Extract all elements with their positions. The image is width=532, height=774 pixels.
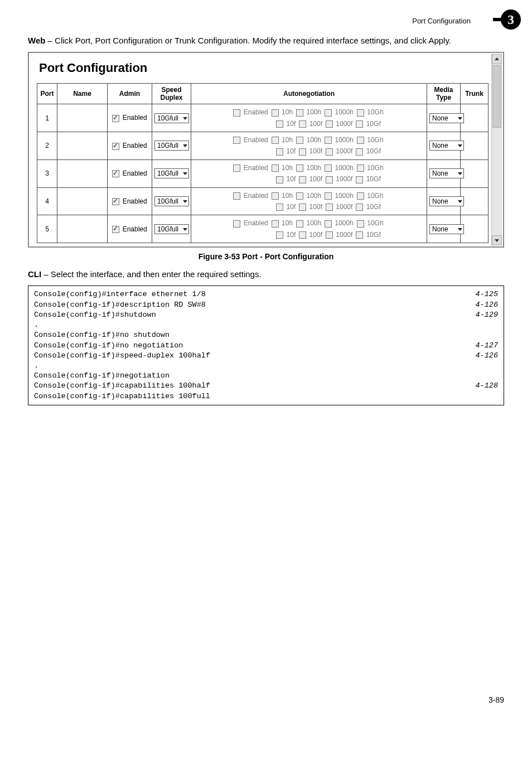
cell-media: None [427, 187, 461, 215]
cell-trunk [461, 159, 489, 187]
autoneg-checkbox[interactable] [325, 137, 332, 144]
autoneg-option-label: 10Gf [364, 120, 380, 128]
autoneg-option-label: 100f [307, 147, 322, 155]
autoneg-checkbox[interactable] [299, 176, 306, 183]
autoneg-checkbox[interactable] [326, 148, 333, 156]
autoneg-checkbox[interactable] [233, 220, 240, 228]
svg-rect-1 [493, 18, 504, 21]
autoneg-checkbox[interactable] [276, 120, 283, 128]
autoneg-checkbox[interactable] [296, 137, 303, 144]
autoneg-checkbox[interactable] [233, 137, 240, 144]
intro-prefix: Web [28, 36, 45, 45]
speed-duplex-select[interactable]: 10Gfull [154, 196, 189, 206]
admin-enabled-checkbox[interactable] [112, 143, 119, 150]
scroll-down-button[interactable] [492, 235, 502, 245]
autoneg-checkbox[interactable] [356, 148, 363, 156]
autoneg-checkbox[interactable] [357, 137, 364, 144]
autoneg-checkbox[interactable] [326, 204, 333, 211]
autoneg-option-label: 1000h [333, 108, 354, 116]
autoneg-checkbox[interactable] [272, 192, 279, 200]
autoneg-checkbox[interactable] [276, 231, 283, 239]
svg-text:3: 3 [507, 12, 514, 27]
cli-page-ref: 4-125 [464, 289, 498, 299]
autoneg-checkbox[interactable] [356, 120, 363, 128]
autoneg-checkbox[interactable] [276, 148, 283, 156]
autoneg-checkbox[interactable] [325, 109, 332, 117]
media-type-select[interactable]: None [429, 113, 464, 123]
cell-port: 5 [37, 215, 57, 243]
autoneg-checkbox[interactable] [296, 165, 303, 172]
autoneg-option-label: 10Gf [364, 203, 380, 211]
scroll-up-button[interactable] [492, 54, 502, 64]
autoneg-checkbox[interactable] [233, 192, 240, 200]
autoneg-option-label: 10f [284, 120, 296, 128]
autoneg-checkbox[interactable] [356, 204, 363, 211]
admin-enabled-checkbox[interactable] [112, 198, 119, 205]
running-head: Port Configuration [28, 17, 504, 25]
scrollbar[interactable] [491, 54, 502, 245]
autoneg-checkbox[interactable] [276, 204, 283, 211]
autoneg-checkbox[interactable] [272, 137, 279, 144]
media-type-select[interactable]: None [429, 196, 464, 206]
cell-speed-duplex: 10Gfull [152, 187, 191, 215]
autoneg-checkbox[interactable] [296, 220, 303, 228]
autoneg-option-label: 1000h [333, 192, 354, 200]
cli-command: Console(config)#interface ethernet 1/8 [34, 289, 206, 299]
autoneg-option-label: 10f [284, 147, 296, 155]
intro-paragraph: Web – Click Port, Port Configuration or … [28, 35, 504, 46]
autoneg-option-label: 1000f [334, 120, 352, 128]
th-admin: Admin [108, 84, 152, 104]
speed-duplex-select[interactable]: 10Gfull [154, 113, 189, 123]
speed-duplex-select[interactable]: 10Gfull [154, 224, 189, 234]
autoneg-checkbox[interactable] [272, 109, 279, 117]
autoneg-checkbox[interactable] [272, 165, 279, 172]
cli-page-ref: 4-129 [464, 310, 498, 320]
page-number: 3-89 [28, 695, 504, 704]
autoneg-option-label: 10f [284, 175, 296, 183]
autoneg-checkbox[interactable] [233, 165, 240, 172]
autoneg-checkbox[interactable] [356, 231, 363, 239]
speed-duplex-select[interactable]: 10Gfull [154, 168, 189, 178]
admin-enabled-checkbox[interactable] [112, 226, 119, 233]
autoneg-checkbox[interactable] [325, 165, 332, 172]
admin-enabled-checkbox[interactable] [112, 115, 119, 122]
cli-line: Console(config-if)#shutdown4-129 [34, 310, 498, 320]
cli-line: Console(config-if)#no shutdown [34, 330, 498, 340]
autoneg-checkbox[interactable] [357, 165, 364, 172]
autoneg-checkbox[interactable] [299, 120, 306, 128]
autoneg-checkbox[interactable] [276, 176, 283, 183]
autoneg-option-label: 1000h [333, 136, 354, 144]
autoneg-checkbox[interactable] [326, 176, 333, 183]
autoneg-checkbox[interactable] [233, 109, 240, 117]
autoneg-checkbox[interactable] [325, 192, 332, 200]
autoneg-option-label: 100f [307, 120, 322, 128]
autoneg-checkbox[interactable] [299, 148, 306, 156]
cli-page-ref [487, 361, 498, 371]
autoneg-checkbox[interactable] [357, 109, 364, 117]
cli-line: Console(config)#interface ethernet 1/84-… [34, 289, 498, 299]
autoneg-checkbox[interactable] [357, 220, 364, 228]
autoneg-option-label: Enabled [241, 192, 268, 200]
media-type-select[interactable]: None [429, 141, 464, 151]
media-type-select[interactable]: None [429, 224, 464, 234]
media-type-select[interactable]: None [429, 168, 464, 178]
scroll-thumb[interactable] [492, 65, 501, 128]
autoneg-checkbox[interactable] [296, 192, 303, 200]
autoneg-checkbox[interactable] [325, 220, 332, 228]
admin-enabled-checkbox[interactable] [112, 170, 119, 177]
autoneg-checkbox[interactable] [299, 204, 306, 211]
cell-speed-duplex: 10Gfull [152, 159, 191, 187]
autoneg-checkbox[interactable] [356, 176, 363, 183]
autoneg-option-label: 10h [280, 192, 293, 200]
cli-line: Console(config-if)#description RD SW#84-… [34, 300, 498, 310]
autoneg-option-label: Enabled [241, 164, 268, 172]
autoneg-checkbox[interactable] [299, 231, 306, 239]
autoneg-checkbox[interactable] [357, 192, 364, 200]
cell-autoneg: Enabled 10h 100h 1000h 10Gh 10f 100f 100… [191, 187, 427, 215]
autoneg-option-label: 100h [304, 192, 321, 200]
autoneg-checkbox[interactable] [272, 220, 279, 228]
autoneg-checkbox[interactable] [296, 109, 303, 117]
autoneg-checkbox[interactable] [326, 120, 333, 128]
speed-duplex-select[interactable]: 10Gfull [154, 141, 189, 151]
autoneg-checkbox[interactable] [326, 231, 333, 239]
